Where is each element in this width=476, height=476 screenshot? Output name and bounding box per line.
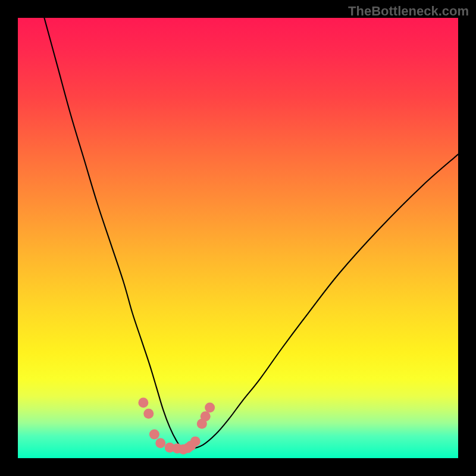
plot-area — [18, 18, 458, 458]
highlight-dots — [138, 397, 215, 454]
bottleneck-curve — [44, 18, 458, 450]
highlight-dot — [201, 411, 211, 421]
chart-frame: TheBottleneck.com — [0, 0, 476, 476]
highlight-dot — [149, 430, 159, 440]
curve-layer — [18, 18, 458, 458]
highlight-dot — [138, 397, 148, 408]
highlight-dot — [205, 402, 215, 412]
highlight-dot — [143, 409, 154, 419]
highlight-dot — [190, 436, 201, 446]
watermark-text: TheBottleneck.com — [348, 4, 469, 19]
highlight-dot — [155, 438, 165, 448]
